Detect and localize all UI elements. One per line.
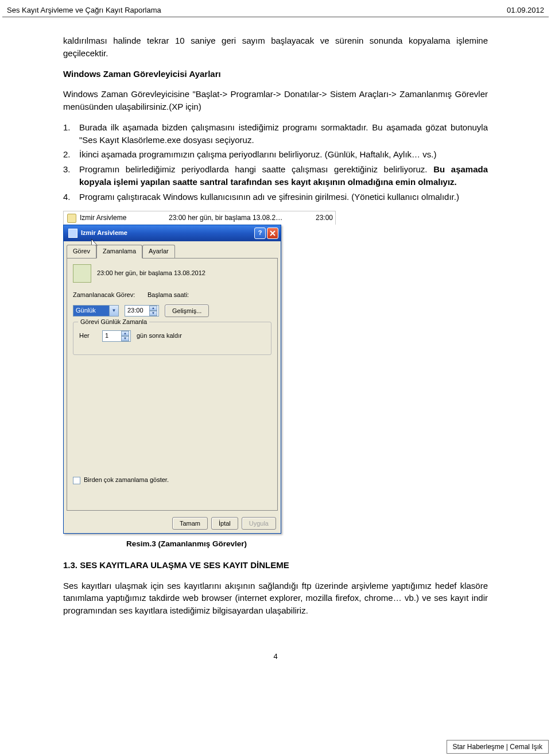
help-button[interactable]: ?	[254, 227, 266, 239]
bold-text: Bu aşamada kopyala işlemi yapılan saatte…	[79, 164, 488, 187]
start-time-value: 23:00	[127, 306, 149, 315]
list-number: 4.	[63, 191, 79, 203]
tab-task[interactable]: Görev	[67, 245, 96, 259]
cancel-button[interactable]: İptal	[211, 517, 238, 530]
dialog-titlebar[interactable]: Izmir Arsivleme ?	[64, 225, 281, 241]
schedule-icon	[73, 264, 91, 283]
frequency-value: Günlük	[73, 306, 109, 316]
dialog-tabs: Görev Zamanlama Ayarlar	[64, 241, 281, 258]
document-header: Ses Kayıt Arşivleme ve Çağrı Kayıt Rapor…	[2, 6, 549, 17]
apply-button[interactable]: Uygula	[242, 517, 276, 530]
tab-settings[interactable]: Ayarlar	[142, 245, 175, 259]
list-item: 2. İkinci aşamada programımızın çalışma …	[63, 148, 488, 161]
multi-schedule-checkbox[interactable]	[73, 477, 80, 484]
page-number: 4	[63, 651, 488, 662]
spinner-down-icon[interactable]: ▼	[149, 311, 157, 316]
label-scheduled-task: Zamanlanacak Görev:	[73, 291, 142, 300]
label-start-time: Başlama saati:	[148, 291, 189, 300]
document-body: kaldırılması halinde tekrar 10 saniye ge…	[0, 17, 551, 662]
task-name: Izmir Arsivleme	[80, 213, 169, 223]
doc-date: 01.09.2012	[507, 6, 544, 14]
figure-caption: Resim.3 (Zamanlanmış Görevler)	[63, 538, 488, 550]
screenshot-figure: Izmir Arsivleme 23:00 her gün, bir başla…	[63, 211, 488, 534]
task-schedule: 23:00 her gün, bir başlama 13.08.2…	[169, 213, 284, 223]
list-text: Programı çalıştıracak Windows kullanıcıs…	[79, 191, 488, 203]
advanced-button[interactable]: Gelişmiş...	[165, 304, 209, 317]
days-value: 1	[105, 331, 121, 341]
spinner-up-icon[interactable]: ▲	[149, 306, 157, 311]
paragraph: kaldırılması halinde tekrar 10 saniye ge…	[63, 34, 488, 60]
list-text: Programın belirlediğimiz periyodlarda ha…	[79, 163, 488, 188]
daily-schedule-group: Görevi Günlük Zamanla Her 1 ▲ ▼ gün sonr…	[73, 322, 271, 355]
multi-schedule-label: Birden çok zamanlama göster.	[84, 476, 169, 485]
list-item: 1. Burada ilk aşamada bizden çalışmasını…	[63, 121, 488, 146]
dialog-title: Izmir Arsivleme	[81, 229, 127, 238]
scheduled-task-row[interactable]: Izmir Arsivleme 23:00 her gün, bir başla…	[63, 211, 336, 225]
label-days-after: gün sonra kaldır	[137, 331, 182, 341]
doc-title: Ses Kayıt Arşivleme ve Çağrı Kayıt Rapor…	[7, 6, 161, 14]
days-spinner[interactable]: 1 ▲ ▼	[102, 330, 131, 342]
list-number: 3.	[63, 163, 79, 188]
tab-schedule[interactable]: Zamanlama	[96, 245, 142, 259]
list-item: 4. Programı çalıştıracak Windows kullanı…	[63, 191, 488, 203]
start-time-spinner[interactable]: 23:00 ▲ ▼	[125, 305, 159, 317]
list-text: İkinci aşamada programımızın çalışma per…	[79, 148, 488, 161]
tab-schedule-body: 23:00 her gün, bir başlama 13.08.2012 Za…	[67, 258, 278, 511]
task-properties-dialog: Izmir Arsivleme ? Görev Zamanlama Ayarla…	[63, 225, 281, 534]
paragraph: Windows Zaman Görevleyicisine "Başlat-> …	[63, 88, 488, 113]
section-heading: 1.3. SES KAYITLARA ULAŞMA VE SES KAYIT D…	[63, 559, 488, 572]
list-number: 1.	[63, 121, 79, 146]
window-icon	[68, 229, 77, 238]
task-next-run: 23:00	[284, 213, 335, 223]
close-button[interactable]	[267, 227, 278, 239]
heading: Windows Zaman Görevleyicisi Ayarları	[63, 68, 488, 80]
paragraph: Ses kayıtları ulaşmak için ses kayıtları…	[63, 580, 488, 617]
frequency-select[interactable]: Günlük ▼	[73, 305, 119, 317]
dialog-button-row: Tamam İptal Uygula	[64, 514, 281, 533]
schedule-description: 23:00 her gün, bir başlama 13.08.2012	[97, 269, 205, 278]
spinner-up-icon[interactable]: ▲	[121, 331, 129, 336]
list-number: 2.	[63, 148, 79, 161]
ok-button[interactable]: Tamam	[172, 517, 208, 530]
label-every: Her	[79, 331, 96, 341]
list-item: 3. Programın belirlediğimiz periyodlarda…	[63, 163, 488, 188]
list-text: Burada ilk aşamada bizden çalışmasını is…	[79, 121, 488, 146]
group-legend: Görevi Günlük Zamanla	[78, 318, 149, 327]
chevron-down-icon[interactable]: ▼	[109, 306, 118, 316]
multi-schedule-row: Birden çok zamanlama göster.	[73, 476, 169, 485]
spinner-down-icon[interactable]: ▼	[121, 336, 129, 341]
task-icon	[67, 214, 76, 223]
footer-attribution: Star Haberleşme | Cemal Işık	[447, 740, 549, 754]
step-list: 1. Burada ilk aşamada bizden çalışmasını…	[63, 121, 488, 203]
